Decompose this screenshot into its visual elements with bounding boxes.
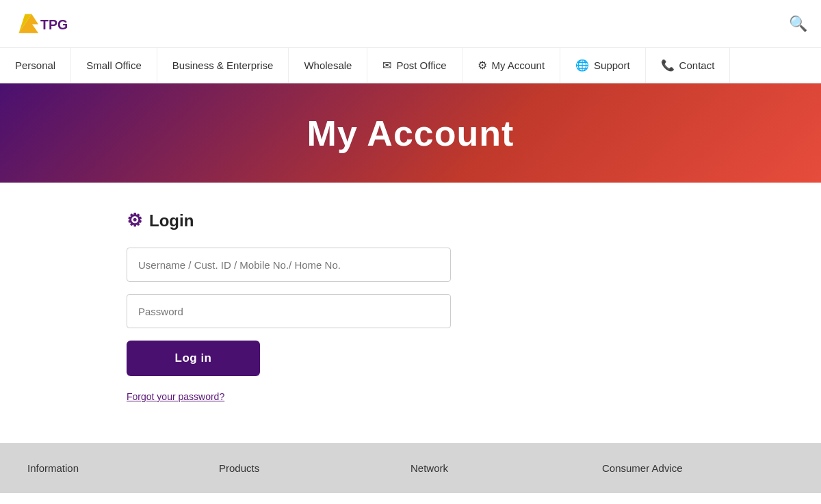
footer-col-network: Network <box>410 462 602 474</box>
nav-label-my-account: My Account <box>492 59 545 71</box>
gear-nav-icon: ⚙ <box>478 59 487 72</box>
nav-item-my-account[interactable]: ⚙ My Account <box>462 48 561 83</box>
footer-col-information: Information <box>27 462 219 474</box>
hero-banner: My Account <box>0 83 821 183</box>
login-button-label: Log in <box>175 352 212 364</box>
logo[interactable]: TPG <box>14 7 75 41</box>
password-input[interactable] <box>127 294 451 328</box>
nav-label-contact: Contact <box>679 59 715 71</box>
main-content: ⚙ Login Log in Forgot your password? <box>113 183 708 443</box>
login-heading: Login <box>149 211 194 230</box>
nav-item-personal[interactable]: Personal <box>0 48 71 83</box>
primary-nav: Personal Small Office Business & Enterpr… <box>0 48 821 83</box>
footer-col-products: Products <box>219 462 410 474</box>
footer: Information Products Network Consumer Ad… <box>0 443 821 493</box>
mail-icon: ✉ <box>382 59 391 72</box>
forgot-password-label: Forgot your password? <box>127 391 224 402</box>
nav-item-wholesale[interactable]: Wholesale <box>289 48 367 83</box>
login-button[interactable]: Log in <box>127 341 260 376</box>
footer-label-network: Network <box>410 462 448 474</box>
phone-icon: 📞 <box>661 59 675 72</box>
footer-label-consumer-advice: Consumer Advice <box>602 462 683 474</box>
search-button[interactable]: 🔍 <box>789 15 807 33</box>
footer-label-products: Products <box>219 462 259 474</box>
nav-label-business-enterprise: Business & Enterprise <box>172 59 274 71</box>
footer-label-information: Information <box>27 462 79 474</box>
search-icon: 🔍 <box>789 15 807 32</box>
tpg-logo: TPG <box>14 7 75 41</box>
header: TPG 🔍 <box>0 0 821 48</box>
nav-item-post-office[interactable]: ✉ Post Office <box>367 48 462 83</box>
nav-item-small-office[interactable]: Small Office <box>71 48 157 83</box>
nav-label-small-office: Small Office <box>86 59 142 71</box>
forgot-password-link[interactable]: Forgot your password? <box>127 391 224 402</box>
nav-item-business-enterprise[interactable]: Business & Enterprise <box>157 48 289 83</box>
globe-icon: 🌐 <box>575 59 589 72</box>
svg-text:TPG: TPG <box>40 16 68 31</box>
username-input[interactable] <box>127 248 451 282</box>
login-title: ⚙ Login <box>127 210 194 231</box>
nav-label-support: Support <box>594 59 630 71</box>
nav-item-support[interactable]: 🌐 Support <box>560 48 646 83</box>
nav-item-contact[interactable]: 📞 Contact <box>646 48 731 83</box>
nav-label-personal: Personal <box>15 59 55 71</box>
login-gear-icon: ⚙ <box>127 210 142 231</box>
footer-col-consumer-advice: Consumer Advice <box>602 462 794 474</box>
nav-label-wholesale: Wholesale <box>304 59 352 71</box>
hero-title: My Account <box>307 113 514 154</box>
nav-label-post-office: Post Office <box>396 59 446 71</box>
